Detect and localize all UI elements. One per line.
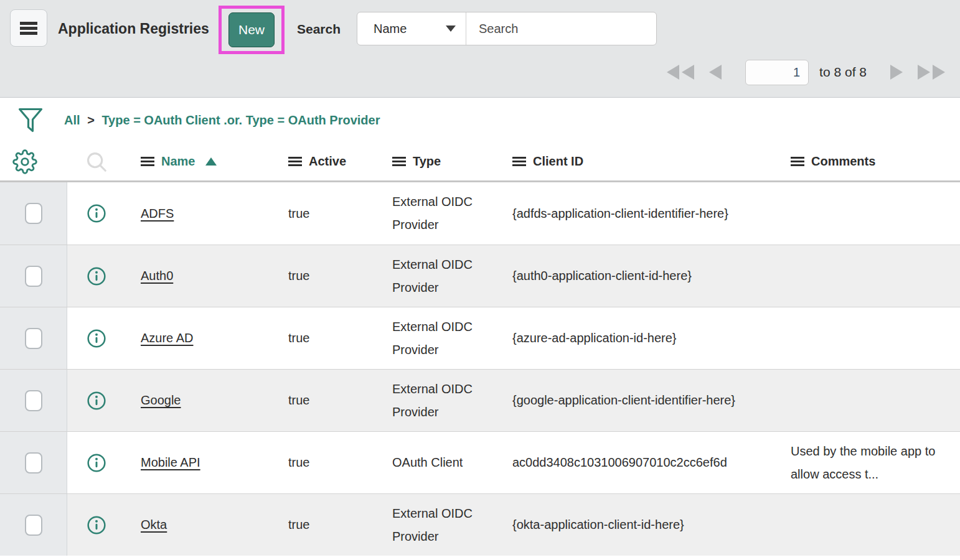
cell-active: true [277,207,387,221]
cell-active: true [277,455,387,470]
column-header-label: Type [413,154,441,169]
record-preview-button[interactable] [87,515,106,535]
cell-active: true [277,331,387,345]
column-header-active[interactable]: Active [277,154,387,169]
record-link[interactable]: Okta [141,518,167,531]
table-row: Mobile API true OAuth Client ac0dd3408c1… [0,431,960,493]
record-link[interactable]: ADFS [141,207,174,220]
table-row: ADFS true External OIDC Provider {adfds-… [0,182,960,245]
column-header-label: Active [309,154,346,169]
sort-ascending-icon [205,157,217,166]
column-menu-icon [512,157,526,166]
cell-client-id: {azure-ad-application-id-here} [512,327,736,350]
column-menu-icon [392,157,406,166]
column-menu-icon [288,157,302,166]
record-preview-button[interactable] [87,266,106,286]
new-button-highlight: New [219,6,285,54]
cell-active: true [277,518,387,532]
column-header-type[interactable]: Type [387,154,507,169]
info-icon [87,266,106,286]
search-column-value: Name [374,22,446,36]
record-link[interactable]: Azure AD [141,331,193,345]
filter-icon [17,106,44,134]
table-header-row: Name Active Type Client ID Comments [0,142,960,182]
row-checkbox[interactable] [25,328,42,349]
pagination-range: to 8 of 8 [819,65,867,80]
cell-client-id: {okta-application-client-id-here} [512,513,736,536]
column-menu-icon [141,157,154,166]
column-header-comments[interactable]: Comments [784,154,960,169]
list-toolbar: Application Registries New Search Name [0,0,960,98]
personalize-columns-button[interactable] [12,149,37,174]
pagination: to 8 of 8 [666,55,946,90]
search-control: Name [357,12,657,45]
cell-client-id: {adfds-application-client-identifier-her… [512,202,736,225]
column-header-label: Client ID [533,154,583,169]
next-page-icon [889,64,905,80]
column-header-client-id[interactable]: Client ID [507,154,784,169]
cell-active: true [277,393,387,408]
cell-type: External OIDC Provider [387,315,507,362]
info-icon [87,203,106,223]
record-preview-button[interactable] [87,203,106,223]
cell-active: true [277,269,387,283]
application-registries-list: Application Registries New Search Name [0,0,960,560]
list-menu-button[interactable] [10,9,47,47]
new-button[interactable]: New [228,12,275,47]
cell-type: OAuth Client [387,451,507,474]
info-icon [87,329,106,348]
first-page-button[interactable] [666,64,697,80]
search-icon [85,150,108,174]
row-checkbox[interactable] [25,266,42,287]
info-icon [87,515,106,535]
record-preview-button[interactable] [87,391,106,411]
record-preview-button[interactable] [87,329,106,348]
search-column-select[interactable]: Name [357,12,466,45]
hamburger-icon [20,22,37,35]
cell-client-id: {google-application-client-identifier-he… [512,389,736,412]
filter-row: All > Type = OAuth Client .or. Type = OA… [0,98,960,142]
next-page-button[interactable] [889,64,905,80]
cell-client-id: {auth0-application-client-id-here} [512,264,736,287]
table-row: Okta true External OIDC Provider {okta-a… [0,493,960,556]
last-page-button[interactable] [915,64,946,80]
breadcrumb-all-link[interactable]: All [64,113,80,127]
cell-type: External OIDC Provider [387,253,507,299]
page-title: Application Registries [58,21,209,37]
cell-type: External OIDC Provider [387,190,507,236]
last-page-icon [915,64,946,80]
search-label: Search [297,22,341,37]
cell-comments: Used by the mobile app to allow access t… [784,440,960,486]
table-row: Google true External OIDC Provider {goog… [0,369,960,431]
row-checkbox[interactable] [25,203,42,224]
info-icon [87,391,106,411]
filter-button[interactable] [17,106,44,134]
breadcrumb-condition-link[interactable]: Type = OAuth Client .or. Type = OAuth Pr… [101,113,380,127]
row-checkbox[interactable] [25,390,42,411]
record-link[interactable]: Google [141,393,181,407]
table-row: Azure AD true External OIDC Provider {az… [0,307,960,369]
record-link[interactable]: Auth0 [141,269,173,282]
table-row: Auth0 true External OIDC Provider {auth0… [0,245,960,307]
search-input[interactable] [466,12,656,45]
column-search-button[interactable] [85,150,108,174]
cell-type: External OIDC Provider [387,502,507,548]
chevron-down-icon [446,26,456,32]
column-header-name[interactable]: Name [126,154,277,169]
record-preview-button[interactable] [87,453,106,473]
breadcrumb: All > Type = OAuth Client .or. Type = OA… [64,113,380,128]
page-number-input[interactable] [745,60,809,85]
row-checkbox[interactable] [25,515,42,536]
cell-client-id: ac0dd3408c1031006907010c2cc6ef6d [512,451,736,474]
breadcrumb-separator: > [87,113,95,127]
previous-page-button[interactable] [707,64,723,80]
info-icon [87,453,106,473]
column-menu-icon [791,157,804,166]
first-page-icon [666,64,697,80]
row-checkbox[interactable] [25,452,42,474]
cell-type: External OIDC Provider [387,378,507,424]
record-link[interactable]: Mobile API [141,455,200,469]
gear-icon [12,149,37,174]
column-header-label: Name [161,154,195,169]
previous-page-icon [707,64,723,80]
